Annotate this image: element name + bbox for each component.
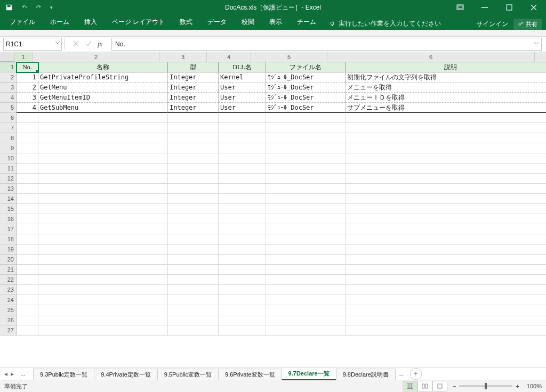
redo-icon[interactable]: [35, 4, 43, 11]
cell[interactable]: [266, 194, 346, 204]
cell[interactable]: [17, 204, 38, 214]
qat-customize-icon[interactable]: ▾: [50, 5, 53, 10]
tab-formulas[interactable]: 数式: [172, 14, 200, 30]
cell[interactable]: [168, 244, 219, 255]
cell[interactable]: 3: [17, 93, 38, 103]
cell[interactable]: ﾓｼﾞｭｰﾙ_DocSer: [266, 103, 346, 113]
sheet-nav-next-icon[interactable]: ▸: [11, 370, 14, 378]
cell[interactable]: ﾓｼﾞｭｰﾙ_DocSer: [266, 72, 346, 83]
cell[interactable]: [219, 204, 266, 214]
cell[interactable]: [17, 214, 38, 224]
cell[interactable]: メニューを取得: [346, 83, 546, 93]
cell[interactable]: GetSubMenu: [38, 103, 168, 113]
cell[interactable]: [168, 325, 219, 336]
view-page-break-icon[interactable]: [432, 381, 447, 391]
share-button[interactable]: 共有: [513, 19, 542, 30]
row-header[interactable]: 20: [0, 255, 17, 265]
cell[interactable]: [219, 315, 266, 325]
new-sheet-button[interactable]: +: [410, 368, 422, 380]
cell[interactable]: [346, 204, 546, 214]
cell[interactable]: [266, 255, 346, 265]
cell[interactable]: DLL名: [219, 62, 266, 72]
row-header[interactable]: 22: [0, 275, 17, 285]
cell[interactable]: [346, 275, 546, 285]
tell-me-box[interactable]: 実行したい作業を入力してください: [324, 18, 446, 30]
cell[interactable]: [38, 325, 168, 336]
cell[interactable]: [266, 133, 346, 143]
cell[interactable]: [38, 265, 168, 275]
cell[interactable]: [266, 153, 346, 164]
cell[interactable]: [168, 224, 219, 234]
cell[interactable]: [17, 315, 38, 325]
tab-review[interactable]: 校閲: [234, 14, 262, 30]
zoom-slider[interactable]: [459, 385, 512, 387]
cell[interactable]: [346, 194, 546, 204]
cell[interactable]: [17, 123, 38, 133]
zoom-in-button[interactable]: +: [516, 383, 519, 389]
cell[interactable]: [38, 194, 168, 204]
cell[interactable]: [219, 285, 266, 295]
cell[interactable]: Kernel: [219, 72, 266, 83]
tab-view[interactable]: 表示: [262, 14, 290, 30]
cell[interactable]: [168, 285, 219, 295]
cell[interactable]: User: [219, 83, 266, 93]
col-header[interactable]: 3: [159, 52, 207, 62]
zoom-control[interactable]: − + 100%: [453, 383, 542, 389]
cell[interactable]: [17, 234, 38, 244]
formula-input[interactable]: No.: [111, 38, 542, 51]
cell[interactable]: [266, 164, 346, 174]
ribbon-display-options-icon[interactable]: [448, 0, 472, 15]
cell[interactable]: [346, 214, 546, 224]
sheet-tab[interactable]: 9.7Declare一覧: [282, 368, 336, 380]
cell[interactable]: GetMenu: [38, 83, 168, 93]
cell[interactable]: メニューＩＤを取得: [346, 93, 546, 103]
cell[interactable]: [38, 133, 168, 143]
cell[interactable]: User: [219, 103, 266, 113]
cell[interactable]: [168, 133, 219, 143]
cell[interactable]: [38, 214, 168, 224]
cell[interactable]: [17, 174, 38, 184]
tab-insert[interactable]: 挿入: [77, 14, 105, 30]
select-all-corner[interactable]: [0, 52, 14, 62]
row-header[interactable]: 6: [0, 113, 17, 123]
cell[interactable]: 4: [17, 103, 38, 113]
cell[interactable]: [346, 285, 546, 295]
row-header[interactable]: 1: [0, 62, 17, 72]
cell[interactable]: [168, 194, 219, 204]
cell[interactable]: [17, 113, 38, 123]
minimize-button[interactable]: [472, 0, 497, 15]
cell[interactable]: サブメニューを取得: [346, 103, 546, 113]
maximize-button[interactable]: [497, 0, 521, 15]
cell[interactable]: [219, 255, 266, 265]
tab-file[interactable]: ファイル: [2, 14, 43, 30]
cell[interactable]: 型: [168, 62, 219, 72]
cell[interactable]: [168, 234, 219, 244]
cell[interactable]: [168, 174, 219, 184]
row-header[interactable]: 18: [0, 234, 17, 244]
cell[interactable]: GetMenuItemID: [38, 93, 168, 103]
cell[interactable]: [219, 164, 266, 174]
sheet-nav-ellipsis[interactable]: ...: [17, 370, 29, 378]
zoom-level[interactable]: 100%: [527, 383, 542, 389]
cell[interactable]: [219, 224, 266, 234]
cell[interactable]: [17, 325, 38, 336]
cell[interactable]: [17, 275, 38, 285]
cell[interactable]: [17, 153, 38, 164]
chevron-down-icon[interactable]: [55, 40, 60, 45]
cell[interactable]: [346, 315, 546, 325]
cell[interactable]: [219, 325, 266, 336]
row-header[interactable]: 8: [0, 133, 17, 143]
cell[interactable]: [346, 255, 546, 265]
cell[interactable]: [38, 153, 168, 164]
cell[interactable]: [17, 305, 38, 315]
cell[interactable]: [266, 295, 346, 305]
cell[interactable]: 説明: [346, 62, 546, 72]
undo-icon[interactable]: [20, 4, 28, 11]
cell[interactable]: GetPrivateProfileString: [38, 72, 168, 83]
cell[interactable]: [219, 275, 266, 285]
cell[interactable]: [168, 214, 219, 224]
cell[interactable]: [219, 244, 266, 255]
cell[interactable]: [219, 184, 266, 194]
sign-in-link[interactable]: サインイン: [476, 20, 508, 29]
cell[interactable]: [168, 295, 219, 305]
